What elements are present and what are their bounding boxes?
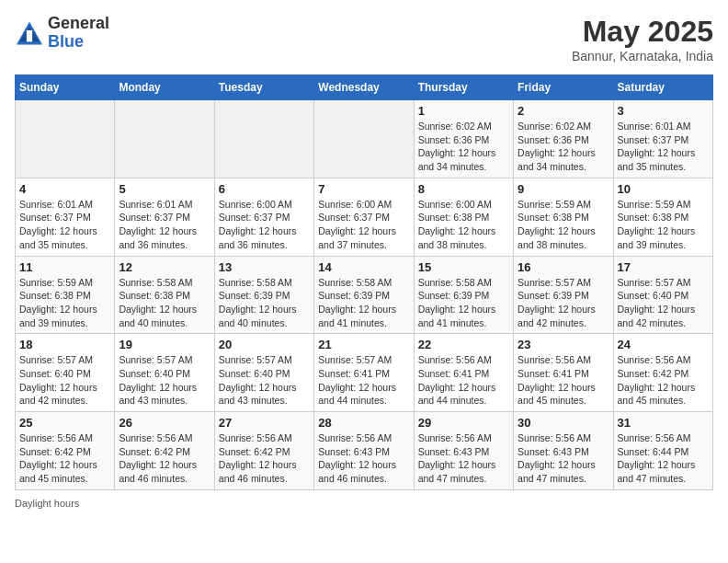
day-number: 8: [418, 182, 509, 196]
day-number: 10: [618, 182, 709, 196]
day-info: Sunrise: 5:57 AM Sunset: 6:40 PM Dayligh…: [219, 353, 310, 408]
day-info: Sunrise: 5:58 AM Sunset: 6:39 PM Dayligh…: [318, 276, 409, 330]
day-number: 31: [618, 416, 709, 430]
location-subtitle: Bannur, Karnataka, India: [572, 49, 713, 63]
day-info: Sunrise: 5:56 AM Sunset: 6:41 PM Dayligh…: [418, 353, 509, 408]
day-number: 27: [219, 416, 310, 430]
day-info: Sunrise: 5:56 AM Sunset: 6:43 PM Dayligh…: [518, 431, 609, 486]
weekday-header-thursday: Thursday: [414, 75, 513, 100]
day-number: 7: [318, 182, 409, 196]
day-number: 28: [318, 416, 409, 430]
calendar-cell: 28Sunrise: 5:56 AM Sunset: 6:43 PM Dayli…: [314, 412, 414, 490]
day-info: Sunrise: 5:59 AM Sunset: 6:38 PM Dayligh…: [518, 198, 609, 252]
calendar-cell: 9Sunrise: 5:59 AM Sunset: 6:38 PM Daylig…: [514, 178, 613, 256]
daylight-label: Daylight hours: [15, 498, 79, 509]
day-number: 14: [318, 260, 409, 274]
calendar-cell: [115, 100, 214, 178]
day-info: Sunrise: 5:59 AM Sunset: 6:38 PM Dayligh…: [618, 198, 709, 252]
weekday-header-wednesday: Wednesday: [314, 75, 414, 100]
calendar-cell: 3Sunrise: 6:01 AM Sunset: 6:37 PM Daylig…: [613, 100, 712, 178]
day-info: Sunrise: 5:59 AM Sunset: 6:38 PM Dayligh…: [19, 276, 110, 330]
day-info: Sunrise: 5:57 AM Sunset: 6:40 PM Dayligh…: [119, 353, 210, 408]
day-number: 20: [219, 338, 310, 351]
day-info: Sunrise: 5:58 AM Sunset: 6:38 PM Dayligh…: [119, 276, 210, 330]
calendar-cell: 23Sunrise: 5:56 AM Sunset: 6:41 PM Dayli…: [514, 334, 613, 412]
footer: Daylight hours: [15, 498, 713, 509]
day-info: Sunrise: 6:00 AM Sunset: 6:37 PM Dayligh…: [318, 198, 409, 252]
svg-rect-2: [27, 30, 32, 41]
day-info: Sunrise: 6:01 AM Sunset: 6:37 PM Dayligh…: [618, 120, 709, 174]
calendar-cell: 16Sunrise: 5:57 AM Sunset: 6:39 PM Dayli…: [514, 256, 613, 334]
calendar-cell: 13Sunrise: 5:58 AM Sunset: 6:39 PM Dayli…: [214, 256, 313, 334]
weekday-header-row: SundayMondayTuesdayWednesdayThursdayFrid…: [16, 75, 713, 100]
weekday-header-tuesday: Tuesday: [214, 75, 313, 100]
day-number: 12: [119, 260, 210, 274]
day-number: 17: [618, 260, 709, 274]
day-number: 29: [418, 416, 509, 430]
calendar-cell: 15Sunrise: 5:58 AM Sunset: 6:39 PM Dayli…: [414, 256, 513, 334]
calendar-cell: 18Sunrise: 5:57 AM Sunset: 6:40 PM Dayli…: [16, 334, 115, 412]
calendar-cell: 5Sunrise: 6:01 AM Sunset: 6:37 PM Daylig…: [115, 178, 214, 256]
day-number: 23: [518, 338, 609, 351]
calendar-week-1: 1Sunrise: 6:02 AM Sunset: 6:36 PM Daylig…: [16, 100, 713, 178]
day-number: 26: [119, 416, 210, 430]
day-info: Sunrise: 5:56 AM Sunset: 6:42 PM Dayligh…: [119, 431, 210, 486]
logo: General Blue: [15, 15, 109, 52]
day-info: Sunrise: 6:01 AM Sunset: 6:37 PM Dayligh…: [19, 198, 110, 252]
calendar-cell: 27Sunrise: 5:56 AM Sunset: 6:42 PM Dayli…: [214, 412, 313, 490]
calendar-cell: 25Sunrise: 5:56 AM Sunset: 6:42 PM Dayli…: [16, 412, 115, 490]
calendar-week-5: 25Sunrise: 5:56 AM Sunset: 6:42 PM Dayli…: [16, 412, 713, 490]
day-number: 9: [518, 182, 609, 196]
day-number: 30: [518, 416, 609, 430]
calendar-cell: 26Sunrise: 5:56 AM Sunset: 6:42 PM Dayli…: [115, 412, 214, 490]
day-info: Sunrise: 5:56 AM Sunset: 6:43 PM Dayligh…: [418, 431, 509, 486]
calendar-cell: 17Sunrise: 5:57 AM Sunset: 6:40 PM Dayli…: [613, 256, 712, 334]
calendar-cell: 21Sunrise: 5:57 AM Sunset: 6:41 PM Dayli…: [314, 334, 414, 412]
calendar-week-2: 4Sunrise: 6:01 AM Sunset: 6:37 PM Daylig…: [16, 178, 713, 256]
day-info: Sunrise: 5:56 AM Sunset: 6:42 PM Dayligh…: [618, 353, 709, 408]
day-number: 15: [418, 260, 509, 274]
day-number: 24: [618, 338, 709, 351]
month-title: May 2025: [572, 15, 713, 49]
calendar-cell: 4Sunrise: 6:01 AM Sunset: 6:37 PM Daylig…: [16, 178, 115, 256]
day-info: Sunrise: 6:01 AM Sunset: 6:37 PM Dayligh…: [119, 198, 210, 252]
calendar-cell: 30Sunrise: 5:56 AM Sunset: 6:43 PM Dayli…: [514, 412, 613, 490]
logo-blue-text: Blue: [48, 33, 109, 52]
day-number: 16: [518, 260, 609, 274]
day-info: Sunrise: 5:56 AM Sunset: 6:41 PM Dayligh…: [518, 353, 609, 408]
weekday-header-saturday: Saturday: [613, 75, 712, 100]
day-number: 6: [219, 182, 310, 196]
calendar-cell: 8Sunrise: 6:00 AM Sunset: 6:38 PM Daylig…: [414, 178, 513, 256]
day-number: 21: [318, 338, 409, 351]
day-info: Sunrise: 5:57 AM Sunset: 6:39 PM Dayligh…: [518, 276, 609, 330]
day-number: 22: [418, 338, 509, 351]
calendar-cell: 1Sunrise: 6:02 AM Sunset: 6:36 PM Daylig…: [414, 100, 513, 178]
calendar-cell: 20Sunrise: 5:57 AM Sunset: 6:40 PM Dayli…: [214, 334, 313, 412]
day-number: 13: [219, 260, 310, 274]
day-info: Sunrise: 5:58 AM Sunset: 6:39 PM Dayligh…: [418, 276, 509, 330]
day-number: 5: [119, 182, 210, 196]
calendar-table: SundayMondayTuesdayWednesdayThursdayFrid…: [15, 75, 713, 490]
calendar-cell: 22Sunrise: 5:56 AM Sunset: 6:41 PM Dayli…: [414, 334, 513, 412]
day-number: 25: [19, 416, 110, 430]
calendar-cell: 31Sunrise: 5:56 AM Sunset: 6:44 PM Dayli…: [613, 412, 712, 490]
calendar-week-3: 11Sunrise: 5:59 AM Sunset: 6:38 PM Dayli…: [16, 256, 713, 334]
day-info: Sunrise: 6:02 AM Sunset: 6:36 PM Dayligh…: [518, 120, 609, 174]
calendar-cell: [214, 100, 313, 178]
calendar-cell: 12Sunrise: 5:58 AM Sunset: 6:38 PM Dayli…: [115, 256, 214, 334]
day-number: 11: [19, 260, 110, 274]
day-number: 19: [119, 338, 210, 351]
day-info: Sunrise: 5:57 AM Sunset: 6:40 PM Dayligh…: [618, 276, 709, 330]
day-info: Sunrise: 5:56 AM Sunset: 6:43 PM Dayligh…: [318, 431, 409, 486]
day-info: Sunrise: 5:57 AM Sunset: 6:40 PM Dayligh…: [19, 353, 110, 408]
title-block: May 2025 Bannur, Karnataka, India: [572, 15, 713, 63]
day-info: Sunrise: 5:56 AM Sunset: 6:42 PM Dayligh…: [19, 431, 110, 486]
calendar-cell: 2Sunrise: 6:02 AM Sunset: 6:36 PM Daylig…: [514, 100, 613, 178]
day-number: 3: [618, 104, 709, 118]
weekday-header-monday: Monday: [115, 75, 214, 100]
calendar-cell: 24Sunrise: 5:56 AM Sunset: 6:42 PM Dayli…: [613, 334, 712, 412]
calendar-cell: 6Sunrise: 6:00 AM Sunset: 6:37 PM Daylig…: [214, 178, 313, 256]
day-info: Sunrise: 5:58 AM Sunset: 6:39 PM Dayligh…: [219, 276, 310, 330]
day-info: Sunrise: 6:00 AM Sunset: 6:38 PM Dayligh…: [418, 198, 509, 252]
day-info: Sunrise: 5:57 AM Sunset: 6:41 PM Dayligh…: [318, 353, 409, 408]
